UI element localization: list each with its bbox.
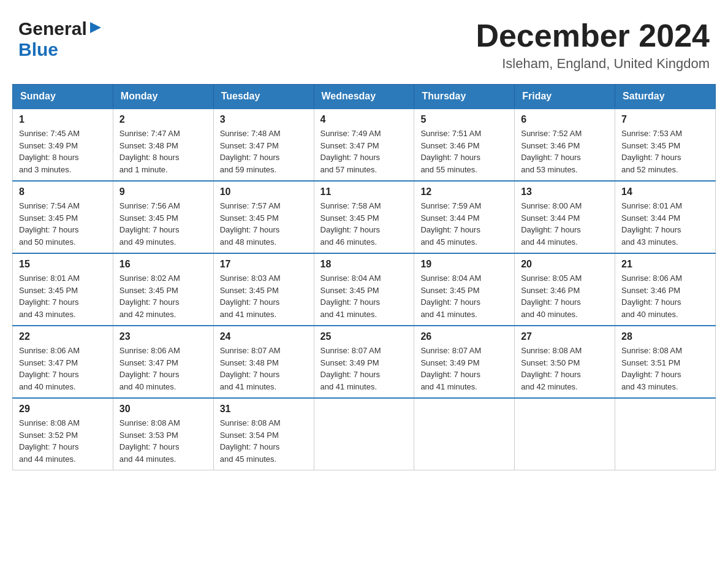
day-number: 24 [220, 331, 308, 342]
day-number: 7 [621, 114, 709, 125]
logo-general-text: General [18, 18, 87, 39]
calendar-cell: 18 Sunrise: 8:04 AMSunset: 3:45 PMDaylig… [314, 253, 414, 326]
day-number: 5 [420, 114, 508, 125]
calendar-table: Sunday Monday Tuesday Wednesday Thursday… [12, 84, 716, 470]
day-number: 22 [19, 331, 107, 342]
day-number: 21 [621, 259, 709, 270]
day-number: 20 [521, 259, 609, 270]
day-number: 15 [19, 259, 107, 270]
day-number: 6 [521, 114, 609, 125]
day-info: Sunrise: 7:49 AMSunset: 3:47 PMDaylight:… [320, 128, 408, 175]
calendar-cell: 21 Sunrise: 8:06 AMSunset: 3:46 PMDaylig… [615, 253, 716, 326]
day-number: 9 [119, 186, 207, 197]
calendar-cell: 23 Sunrise: 8:06 AMSunset: 3:47 PMDaylig… [113, 326, 213, 398]
day-info: Sunrise: 8:06 AMSunset: 3:47 PMDaylight:… [119, 345, 207, 393]
day-number: 30 [119, 404, 207, 415]
day-info: Sunrise: 7:59 AMSunset: 3:44 PMDaylight:… [420, 200, 508, 248]
day-number: 17 [220, 259, 308, 270]
calendar-cell: 15 Sunrise: 8:01 AMSunset: 3:45 PMDaylig… [13, 253, 113, 326]
day-number: 2 [119, 114, 207, 125]
day-number: 16 [119, 259, 207, 270]
day-number: 13 [521, 186, 609, 197]
calendar-week-row: 8 Sunrise: 7:54 AMSunset: 3:45 PMDayligh… [13, 181, 716, 253]
day-info: Sunrise: 7:53 AMSunset: 3:45 PMDaylight:… [621, 128, 709, 175]
calendar-cell: 26 Sunrise: 8:07 AMSunset: 3:49 PMDaylig… [414, 326, 515, 398]
calendar-week-row: 1 Sunrise: 7:45 AMSunset: 3:49 PMDayligh… [13, 109, 716, 181]
day-info: Sunrise: 8:07 AMSunset: 3:48 PMDaylight:… [220, 345, 308, 393]
day-info: Sunrise: 8:04 AMSunset: 3:45 PMDaylight:… [320, 272, 408, 320]
day-info: Sunrise: 8:06 AMSunset: 3:47 PMDaylight:… [19, 345, 107, 393]
calendar-cell: 3 Sunrise: 7:48 AMSunset: 3:47 PMDayligh… [213, 109, 314, 181]
day-number: 26 [420, 331, 508, 342]
day-info: Sunrise: 8:04 AMSunset: 3:45 PMDaylight:… [420, 272, 508, 320]
day-number: 27 [521, 331, 609, 342]
calendar-cell [515, 398, 615, 470]
day-info: Sunrise: 8:00 AMSunset: 3:44 PMDaylight:… [521, 200, 609, 248]
calendar-cell: 13 Sunrise: 8:00 AMSunset: 3:44 PMDaylig… [515, 181, 615, 253]
calendar-cell: 6 Sunrise: 7:52 AMSunset: 3:46 PMDayligh… [515, 109, 615, 181]
col-sunday: Sunday [13, 85, 113, 109]
calendar-cell: 12 Sunrise: 7:59 AMSunset: 3:44 PMDaylig… [414, 181, 515, 253]
day-info: Sunrise: 8:08 AMSunset: 3:53 PMDaylight:… [119, 417, 207, 465]
calendar-cell: 22 Sunrise: 8:06 AMSunset: 3:47 PMDaylig… [13, 326, 113, 398]
col-saturday: Saturday [615, 85, 716, 109]
calendar-cell: 8 Sunrise: 7:54 AMSunset: 3:45 PMDayligh… [13, 181, 113, 253]
day-info: Sunrise: 7:57 AMSunset: 3:45 PMDaylight:… [220, 200, 308, 248]
day-number: 28 [621, 331, 709, 342]
day-info: Sunrise: 8:07 AMSunset: 3:49 PMDaylight:… [420, 345, 508, 393]
col-friday: Friday [515, 85, 615, 109]
col-thursday: Thursday [414, 85, 515, 109]
calendar-week-row: 29 Sunrise: 8:08 AMSunset: 3:52 PMDaylig… [13, 398, 716, 470]
calendar-cell: 31 Sunrise: 8:08 AMSunset: 3:54 PMDaylig… [213, 398, 314, 470]
day-number: 25 [320, 331, 408, 342]
day-info: Sunrise: 7:47 AMSunset: 3:48 PMDaylight:… [119, 128, 207, 175]
calendar-cell: 19 Sunrise: 8:04 AMSunset: 3:45 PMDaylig… [414, 253, 515, 326]
calendar-cell: 20 Sunrise: 8:05 AMSunset: 3:46 PMDaylig… [515, 253, 615, 326]
day-info: Sunrise: 7:51 AMSunset: 3:46 PMDaylight:… [420, 128, 508, 175]
day-number: 8 [19, 186, 107, 197]
day-number: 14 [621, 186, 709, 197]
calendar-cell [314, 398, 414, 470]
day-info: Sunrise: 7:54 AMSunset: 3:45 PMDaylight:… [19, 200, 107, 248]
calendar-cell: 27 Sunrise: 8:08 AMSunset: 3:50 PMDaylig… [515, 326, 615, 398]
day-number: 19 [420, 259, 508, 270]
day-number: 31 [220, 404, 308, 415]
calendar-cell: 7 Sunrise: 7:53 AMSunset: 3:45 PMDayligh… [615, 109, 716, 181]
day-number: 3 [220, 114, 308, 125]
day-info: Sunrise: 7:48 AMSunset: 3:47 PMDaylight:… [220, 128, 308, 175]
month-year-title: December 2024 [476, 18, 710, 53]
day-info: Sunrise: 7:58 AMSunset: 3:45 PMDaylight:… [320, 200, 408, 248]
calendar-cell: 30 Sunrise: 8:08 AMSunset: 3:53 PMDaylig… [113, 398, 213, 470]
calendar-cell: 1 Sunrise: 7:45 AMSunset: 3:49 PMDayligh… [13, 109, 113, 181]
calendar-cell: 16 Sunrise: 8:02 AMSunset: 3:45 PMDaylig… [113, 253, 213, 326]
logo-blue-text: Blue [18, 39, 58, 60]
calendar-cell: 11 Sunrise: 7:58 AMSunset: 3:45 PMDaylig… [314, 181, 414, 253]
calendar-header-row: Sunday Monday Tuesday Wednesday Thursday… [13, 85, 716, 109]
day-info: Sunrise: 8:01 AMSunset: 3:44 PMDaylight:… [621, 200, 709, 248]
calendar-cell: 9 Sunrise: 7:56 AMSunset: 3:45 PMDayligh… [113, 181, 213, 253]
day-info: Sunrise: 8:01 AMSunset: 3:45 PMDaylight:… [19, 272, 107, 320]
calendar-week-row: 22 Sunrise: 8:06 AMSunset: 3:47 PMDaylig… [13, 326, 716, 398]
day-info: Sunrise: 7:56 AMSunset: 3:45 PMDaylight:… [119, 200, 207, 248]
day-number: 4 [320, 114, 408, 125]
day-info: Sunrise: 8:05 AMSunset: 3:46 PMDaylight:… [521, 272, 609, 320]
title-block: December 2024 Isleham, England, United K… [476, 18, 710, 72]
col-monday: Monday [113, 85, 213, 109]
day-info: Sunrise: 8:08 AMSunset: 3:54 PMDaylight:… [220, 417, 308, 465]
day-info: Sunrise: 8:08 AMSunset: 3:52 PMDaylight:… [19, 417, 107, 465]
calendar-cell: 25 Sunrise: 8:07 AMSunset: 3:49 PMDaylig… [314, 326, 414, 398]
calendar-cell: 24 Sunrise: 8:07 AMSunset: 3:48 PMDaylig… [213, 326, 314, 398]
day-info: Sunrise: 8:06 AMSunset: 3:46 PMDaylight:… [621, 272, 709, 320]
calendar-cell: 14 Sunrise: 8:01 AMSunset: 3:44 PMDaylig… [615, 181, 716, 253]
day-info: Sunrise: 8:03 AMSunset: 3:45 PMDaylight:… [220, 272, 308, 320]
day-number: 12 [420, 186, 508, 197]
day-info: Sunrise: 8:07 AMSunset: 3:49 PMDaylight:… [320, 345, 408, 393]
logo-arrow-icon [89, 21, 102, 37]
col-tuesday: Tuesday [213, 85, 314, 109]
calendar-cell [414, 398, 515, 470]
day-number: 29 [19, 404, 107, 415]
day-number: 18 [320, 259, 408, 270]
location-subtitle: Isleham, England, United Kingdom [476, 56, 710, 72]
calendar-cell: 4 Sunrise: 7:49 AMSunset: 3:47 PMDayligh… [314, 109, 414, 181]
calendar-cell: 29 Sunrise: 8:08 AMSunset: 3:52 PMDaylig… [13, 398, 113, 470]
